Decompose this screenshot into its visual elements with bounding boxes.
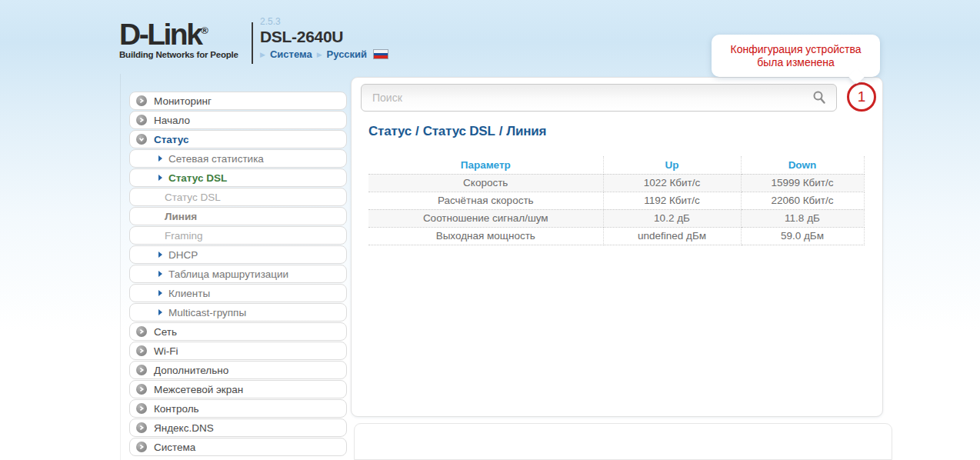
page-container-edge (120, 74, 121, 460)
sidebar-item-label: Контроль (154, 403, 199, 415)
sidebar-item-label: Статус DSL (168, 172, 227, 184)
sidebar-item-clients[interactable]: Клиенты (129, 284, 347, 302)
sidebar-item-framing[interactable]: Framing (129, 226, 347, 245)
sidebar-item-label: Framing (165, 230, 203, 242)
sidebar-item-multicast-groups[interactable]: Multicast-группы (129, 303, 347, 322)
up-value-cell: 1192 Кбит/с (603, 192, 741, 209)
sidebar-item-routing-table[interactable]: Таблица маршрутизации (129, 265, 347, 283)
chevron-right-circle-icon (136, 95, 147, 106)
param-name-cell: Скорость (368, 174, 603, 192)
dsl-line-status-table: Параметр Up Down Скорость 1022 Кбит/с 15… (368, 156, 865, 245)
breadcrumb-line-current: Линия (506, 124, 546, 138)
sidebar-item-start[interactable]: Начало (129, 111, 347, 129)
main-content-panel: Статус/Статус DSL/Линия Параметр Up Down… (351, 77, 883, 417)
param-name-cell: Расчётная скорость (368, 192, 603, 209)
logo-tagline: Building Networks for People (119, 50, 252, 59)
sidebar-item-network-statistics[interactable]: Сетевая статистика (129, 149, 347, 168)
sidebar-item-line[interactable]: Линия (129, 207, 347, 225)
sidebar-item-label: Wi-Fi (154, 345, 178, 357)
chevron-right-circle-icon (136, 422, 147, 433)
sidebar-menu: Мониторинг Начало Статус Сетевая статист… (129, 92, 347, 457)
search-input[interactable] (361, 84, 837, 112)
sidebar-item-label: Дополнительно (154, 365, 228, 376)
up-value-cell: 1022 Кбит/с (603, 174, 741, 192)
header-divider (252, 22, 253, 64)
sidebar-item-label: Статус (154, 134, 189, 145)
breadcrumb-status[interactable]: Статус (368, 124, 412, 138)
sidebar-item-label: Яндекс.DNS (154, 422, 214, 434)
triangle-right-icon (158, 252, 162, 258)
column-header-down: Down (741, 156, 864, 174)
triangle-right-icon (158, 290, 162, 296)
up-value-cell: undefined дБм (603, 227, 741, 245)
chevron-right-circle-icon (136, 403, 147, 414)
sidebar-item-dsl-status[interactable]: Статус DSL (129, 168, 347, 187)
table-row: Соотношение сигнал/шум 10.2 дБ 11.8 дБ (368, 209, 864, 227)
column-header-up: Up (603, 156, 741, 174)
breadcrumb: Статус/Статус DSL/Линия (368, 124, 546, 139)
russia-flag-icon[interactable] (373, 49, 388, 59)
sidebar-item-firewall[interactable]: Межсетевой экран (129, 380, 347, 398)
sidebar-item-label: Линия (165, 211, 197, 222)
device-model: DSL-2640U (260, 28, 388, 46)
sidebar-item-advanced[interactable]: Дополнительно (129, 361, 347, 379)
down-value-cell: 15999 Кбит/с (741, 174, 864, 192)
chevron-right-circle-icon (136, 345, 147, 356)
sidebar-item-label: Мониторинг (154, 95, 212, 107)
sidebar-item-status[interactable]: Статус (129, 130, 347, 148)
logo-title: D-Link (119, 18, 201, 51)
sidebar-item-label: Сеть (154, 326, 177, 338)
chevron-right-circle-icon (136, 384, 147, 395)
header-nav: ▶ Система ▶ Русский (260, 48, 388, 60)
sidebar-item-wifi[interactable]: Wi-Fi (129, 342, 347, 360)
dlink-logo: D-Link® Building Networks for People (119, 15, 252, 59)
table-row: Расчётная скорость 1192 Кбит/с 22060 Кби… (368, 192, 864, 209)
sidebar-item-label: Multicast-группы (168, 307, 246, 318)
param-name-cell: Выходная мощность (368, 227, 603, 245)
down-value-cell: 59.0 дБм (741, 227, 864, 245)
nav-arrow-icon: ▶ (260, 51, 265, 58)
sidebar-item-monitoring[interactable]: Мониторинг (129, 92, 347, 110)
triangle-right-icon (158, 271, 162, 277)
param-name-cell: Соотношение сигнал/шум (368, 209, 603, 227)
down-value-cell: 22060 Кбит/с (741, 192, 864, 209)
sidebar-item-label: Таблица маршрутизации (168, 268, 288, 280)
breadcrumb-separator: / (412, 124, 423, 138)
nav-arrow-icon: ▶ (317, 51, 322, 58)
chevron-right-circle-icon (136, 442, 147, 452)
breadcrumb-dsl-status[interactable]: Статус DSL (423, 124, 495, 138)
sidebar-item-yandex-dns[interactable]: Яндекс.DNS (129, 418, 347, 437)
triangle-right-icon (158, 175, 162, 181)
sidebar-item-label: Клиенты (168, 288, 210, 299)
up-value-cell: 10.2 дБ (603, 209, 741, 227)
sidebar-item-dsl-status-sub[interactable]: Статус DSL (129, 188, 347, 206)
sidebar-item-label: Сетевая статистика (168, 153, 264, 165)
sidebar-item-control[interactable]: Контроль (129, 399, 347, 418)
footer-panel-fragment (354, 423, 892, 460)
sidebar-item-system[interactable]: Система (129, 438, 347, 456)
sidebar-item-label: Начало (154, 115, 190, 126)
config-changed-message: Конфигурация устройства была изменена (719, 43, 872, 69)
registered-mark: ® (201, 25, 208, 36)
chevron-right-circle-icon (136, 115, 147, 125)
column-header-parameter: Параметр (368, 156, 603, 174)
sidebar-item-label: DHCP (168, 249, 198, 261)
sidebar-item-dhcp[interactable]: DHCP (129, 245, 347, 264)
sidebar-item-label: Система (154, 442, 195, 453)
firmware-version: 2.5.3 (260, 16, 388, 27)
chevron-down-circle-icon (136, 134, 147, 145)
dlink-logo-text: D-Link® (119, 15, 252, 50)
device-info: 2.5.3 DSL-2640U ▶ Система ▶ Русский (260, 16, 388, 60)
triangle-right-icon (158, 155, 162, 162)
sidebar-item-label: Межсетевой экран (154, 384, 243, 395)
chevron-right-circle-icon (136, 326, 147, 337)
sidebar-item-network[interactable]: Сеть (129, 322, 347, 341)
config-changed-tooltip: Конфигурация устройства была изменена (712, 35, 880, 77)
nav-language-link[interactable]: Русский (327, 48, 368, 60)
table-row: Скорость 1022 Кбит/с 15999 Кбит/с (368, 174, 864, 192)
breadcrumb-separator: / (495, 124, 507, 138)
notification-count-badge[interactable]: 1 (847, 82, 876, 112)
search-icon[interactable] (812, 90, 827, 105)
nav-system-link[interactable]: Система (270, 48, 312, 60)
chevron-right-circle-icon (136, 365, 147, 375)
